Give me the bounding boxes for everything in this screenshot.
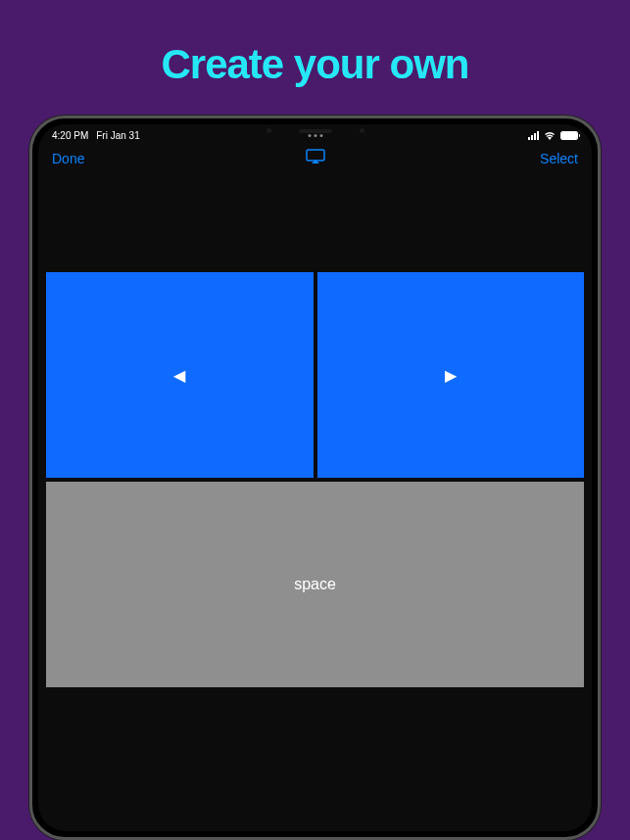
- select-button[interactable]: Select: [540, 151, 578, 166]
- airplay-icon[interactable]: [306, 149, 325, 168]
- wifi-icon: [544, 131, 556, 140]
- battery-icon: [560, 131, 578, 140]
- content-area: ◀ ▶ space: [38, 174, 592, 831]
- status-date: Fri Jan 31: [96, 130, 139, 141]
- navigation-bar: Done Select: [38, 143, 592, 174]
- status-time: 4:20 PM: [52, 130, 88, 141]
- svg-rect-0: [307, 150, 324, 161]
- space-label: space: [294, 576, 336, 593]
- next-button[interactable]: ▶: [317, 272, 585, 478]
- page-headline: Create your own: [161, 41, 468, 88]
- status-bar: 4:20 PM Fri Jan 31: [38, 124, 592, 143]
- arrow-left-icon: ◀: [173, 366, 185, 385]
- tablet-screen: 4:20 PM Fri Jan 31: [38, 124, 592, 831]
- prev-button[interactable]: ◀: [46, 272, 314, 478]
- done-button[interactable]: Done: [52, 151, 84, 166]
- tablet-device-frame: 4:20 PM Fri Jan 31: [29, 116, 601, 840]
- arrow-right-icon: ▶: [445, 366, 457, 385]
- control-grid: ◀ ▶ space: [46, 272, 584, 687]
- tablet-notch: [267, 128, 364, 133]
- multitask-dots[interactable]: [308, 134, 322, 137]
- signal-icon: [528, 131, 539, 140]
- space-button[interactable]: space: [46, 482, 584, 687]
